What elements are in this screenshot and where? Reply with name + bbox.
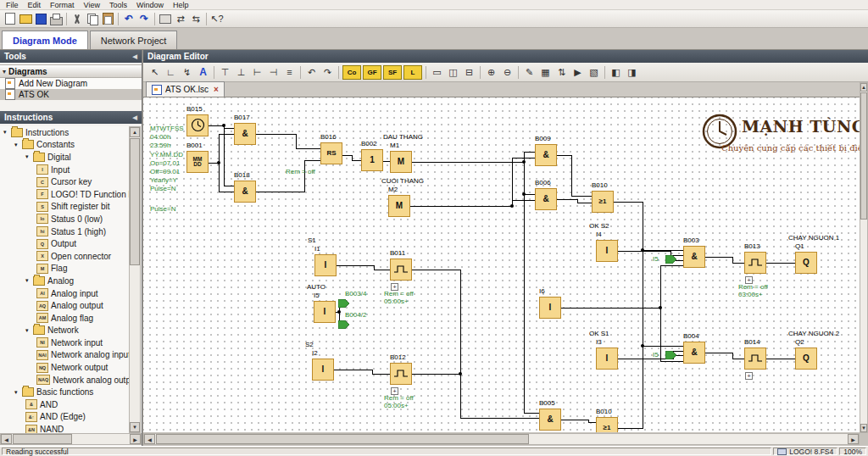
menu-help[interactable]: Help [172, 1, 190, 9]
tree-item-cursor-key[interactable]: CCursor key [0, 175, 129, 188]
tree-item-analog-output[interactable]: AQAnalog output [0, 299, 129, 312]
align-top-icon[interactable]: ⊤ [217, 64, 233, 81]
block-b010[interactable]: ≥1 [596, 417, 618, 432]
cut-icon[interactable] [70, 12, 85, 26]
profile-button[interactable]: L [403, 65, 422, 80]
redo-icon[interactable]: ↷ [136, 12, 152, 26]
tree-item-status-0-low[interactable]: loStatus 0 (low) [0, 213, 129, 225]
connector-marker[interactable] [338, 299, 349, 308]
tab-diagram-mode[interactable]: Diagram Mode [2, 31, 88, 49]
block-b005[interactable]: & [539, 409, 561, 431]
scroll-thumb[interactable] [13, 434, 72, 444]
tree-item-output[interactable]: QOutput [0, 237, 129, 250]
constants-button[interactable]: Co [342, 65, 361, 80]
scroll-left-icon[interactable]: ◀ [144, 434, 155, 444]
block-b011[interactable] [390, 259, 412, 281]
tree-scrollbar[interactable]: ▲ ▼ [129, 126, 141, 433]
redo-icon[interactable]: ↷ [320, 64, 336, 81]
block-q2[interactable]: Q [795, 348, 817, 370]
scroll-thumb[interactable] [130, 138, 140, 265]
block-b004[interactable]: & [683, 342, 705, 364]
online-test-icon[interactable]: ▧ [586, 64, 602, 81]
text-tool-icon[interactable]: A [195, 64, 211, 81]
window-split-h-icon[interactable]: ⊟ [461, 64, 477, 81]
tree-item-status-1-high[interactable]: hiStatus 1 (high) [0, 225, 129, 238]
scroll-up-icon[interactable]: ▲ [130, 127, 140, 137]
menu-edit[interactable]: Edit [27, 1, 42, 9]
tree-item-digital[interactable]: ▾Digital [0, 151, 129, 164]
tree-item-logo-td-function-key[interactable]: FLOGO! TD Function key [0, 188, 129, 201]
expander-icon[interactable]: ▾ [3, 68, 6, 75]
tree-item-analog-input[interactable]: AIAnalog input [0, 287, 129, 300]
block-q1[interactable]: Q [795, 252, 817, 274]
align-right-icon[interactable]: ⊣ [265, 64, 281, 81]
distribute-icon[interactable]: ≡ [281, 64, 298, 81]
monitor-1-icon[interactable]: ◧ [608, 64, 624, 81]
new-file-icon[interactable] [3, 12, 18, 26]
block-i6[interactable]: I [539, 297, 561, 319]
scroll-right-icon[interactable]: ▶ [848, 434, 859, 444]
tree-item-open-connector[interactable]: XOpen connector [0, 250, 129, 263]
connector-marker[interactable] [338, 320, 349, 329]
block-i5[interactable]: I [314, 301, 336, 323]
scroll-thumb[interactable] [860, 92, 867, 220]
collapse-panel-icon[interactable]: ◀ [133, 114, 137, 121]
expander-icon[interactable]: ▾ [25, 153, 33, 160]
scroll-left-icon[interactable]: ◀ [1, 434, 12, 444]
tree-item-basic-functions[interactable]: ▾Basic functions [0, 386, 129, 398]
undo-icon[interactable]: ↶ [121, 12, 136, 26]
tree-item-nand[interactable]: &NNAND [0, 423, 129, 433]
special-functions-button[interactable]: SF [383, 65, 402, 80]
basic-functions-button[interactable]: GF [363, 65, 381, 80]
diagram-item-ats-ok[interactable]: ATS OK [0, 89, 142, 100]
expander-icon[interactable]: ▾ [25, 327, 33, 334]
menu-format[interactable]: Format [49, 1, 75, 9]
block-b009[interactable]: & [535, 144, 557, 166]
block-b001[interactable]: MMDD [186, 151, 209, 173]
canvas-vscrollbar[interactable]: ▲ ▼ [860, 82, 868, 433]
scroll-down-icon[interactable]: ▼ [860, 424, 867, 432]
simulation-icon[interactable]: ▶ [570, 64, 586, 81]
split-connection-icon[interactable]: ↯ [179, 64, 195, 81]
pen-style-icon[interactable]: ✎ [521, 64, 537, 81]
context-help-icon[interactable]: ↖? [209, 12, 225, 26]
tree-item-network-analog-output[interactable]: NAQNetwork analog output [0, 374, 129, 386]
expand-parameter-box[interactable]: + [745, 372, 753, 380]
paste-icon[interactable] [100, 12, 115, 26]
tree-item-and[interactable]: &AND [0, 398, 129, 411]
diagram-canvas[interactable]: MẠNH TÙNG Chuyên cung cấp các thiết bị đ… [143, 97, 860, 432]
tree-item-network[interactable]: ▾Network [0, 325, 129, 337]
align-bottom-icon[interactable]: ⊥ [233, 64, 249, 81]
block-b015[interactable] [186, 114, 209, 136]
scroll-right-icon[interactable]: ▶ [130, 434, 141, 444]
tree-item-constants[interactable]: ▾Constants [0, 139, 129, 152]
pc-to-logo-icon[interactable]: ⇄ [173, 12, 188, 26]
copy-icon[interactable] [85, 12, 100, 26]
diagram-item-add-new-diagram[interactable]: Add New Diagram [0, 78, 142, 89]
tree-item-analog[interactable]: ▾Analog [0, 275, 129, 287]
tree-item-network-input[interactable]: NINetwork input [0, 336, 129, 349]
window-single-icon[interactable]: ▭ [429, 64, 445, 81]
block-b002[interactable]: 1 [361, 149, 383, 171]
scroll-thumb[interactable] [156, 434, 529, 444]
zoom-in-icon[interactable]: ⊕ [483, 64, 499, 81]
block-b010[interactable]: ≥1 [592, 191, 614, 213]
connector-tool-icon[interactable]: ∟ [163, 64, 179, 81]
menu-view[interactable]: View [83, 1, 101, 9]
select-tool-icon[interactable]: ↖ [147, 64, 163, 81]
collapse-panel-icon[interactable]: ◀ [133, 53, 137, 60]
block-b006[interactable]: & [535, 188, 557, 210]
tree-item-network-output[interactable]: NQNetwork output [0, 361, 129, 374]
block-b014[interactable] [744, 348, 766, 370]
convert-icon[interactable]: ⇅ [554, 64, 570, 81]
canvas-hscrollbar[interactable]: ◀ ▶ [143, 433, 860, 445]
document-tab-ats-ok[interactable]: ATS OK.lsc × [146, 81, 225, 97]
block-b018[interactable]: & [234, 181, 256, 203]
save-icon[interactable] [33, 12, 48, 26]
close-tab-icon[interactable]: × [214, 85, 219, 94]
scroll-up-icon[interactable]: ▲ [860, 83, 867, 92]
interface-icon[interactable] [158, 12, 173, 26]
tree-item-analog-flag[interactable]: AMAnalog flag [0, 312, 129, 325]
expander-icon[interactable]: ▾ [14, 142, 22, 148]
block-i1[interactable]: I [314, 254, 337, 276]
